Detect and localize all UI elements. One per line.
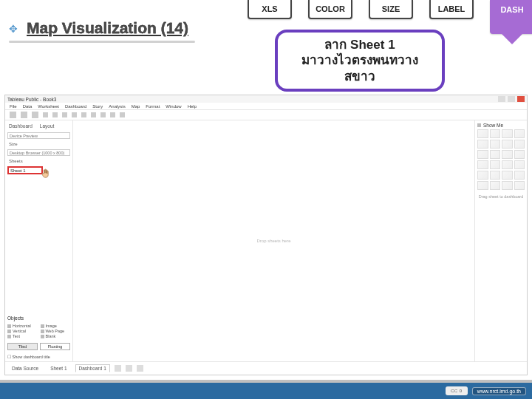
menu-help[interactable]: Help xyxy=(188,104,197,109)
menu-story[interactable]: Story xyxy=(92,104,103,109)
page-title: Map Visualization (14) xyxy=(27,19,188,36)
object-label: Horizontal xyxy=(13,324,31,328)
chart-thumb[interactable] xyxy=(477,150,488,159)
tab-color[interactable]: COLOR xyxy=(308,0,352,19)
toolbar-icon[interactable] xyxy=(120,112,125,117)
toolbar-icon[interactable] xyxy=(32,112,38,118)
chart-thumb[interactable] xyxy=(477,181,488,190)
menu-analysis[interactable]: Analysis xyxy=(109,104,125,109)
menu-worksheet[interactable]: Worksheet xyxy=(38,104,59,109)
toolbar-icon[interactable] xyxy=(52,112,58,117)
chart-thumb[interactable] xyxy=(502,150,513,159)
sheet-item-label: Sheet 1 xyxy=(10,168,26,173)
blank-icon xyxy=(41,335,44,338)
title-rule xyxy=(9,41,195,43)
chart-thumb[interactable] xyxy=(490,150,501,159)
object-label: Vertical xyxy=(13,329,26,333)
toolbar-icon[interactable] xyxy=(72,112,77,117)
toolbar-icon[interactable] xyxy=(81,112,86,117)
object-label: Blank xyxy=(46,334,56,338)
maximize-button[interactable] xyxy=(508,96,515,102)
size-select[interactable]: Desktop Browser (1000 x 800) xyxy=(7,149,70,156)
slide-footer: CC 0 www.nrct.imd.go.th xyxy=(0,380,532,399)
chart-thumb[interactable] xyxy=(514,171,525,180)
panel-tab-dashboard[interactable]: Dashboard xyxy=(9,123,33,129)
window-title: Tableau Public - Book3 xyxy=(7,97,57,102)
show-title-checkbox[interactable]: ☐ Show dashboard title xyxy=(7,355,70,359)
chart-thumb[interactable] xyxy=(514,140,525,149)
new-dashboard-icon[interactable] xyxy=(126,365,132,372)
toolbar-icon[interactable] xyxy=(62,112,67,117)
toolbar-icon[interactable] xyxy=(110,112,115,117)
footer-data-source[interactable]: Data Source xyxy=(8,364,42,372)
sheet-item[interactable]: Sheet 1 xyxy=(7,166,43,174)
footer-dashboard1[interactable]: Dashboard 1 xyxy=(75,364,110,372)
object-text[interactable]: Text xyxy=(7,334,38,338)
chart-thumb[interactable] xyxy=(502,171,513,180)
chart-thumb[interactable] xyxy=(502,181,513,190)
close-button[interactable] xyxy=(517,96,525,102)
chart-thumb[interactable] xyxy=(502,129,513,138)
cc-badge: CC 0 xyxy=(446,386,468,395)
device-preview-button[interactable]: Device Preview xyxy=(7,132,70,139)
chart-thumb[interactable] xyxy=(490,171,501,180)
chart-thumb[interactable] xyxy=(477,160,488,169)
object-vertical[interactable]: Vertical xyxy=(7,329,38,333)
tiled-button[interactable]: Tiled xyxy=(7,343,38,350)
menubar: File Data Worksheet Dashboard Story Anal… xyxy=(5,103,527,110)
floating-button[interactable]: Floating xyxy=(40,343,70,350)
new-story-icon[interactable] xyxy=(137,365,143,372)
tab-size[interactable]: SIZE xyxy=(369,0,413,19)
tableau-window: Tableau Public - Book3 File Data Workshe… xyxy=(4,95,528,375)
toolbar-icon[interactable] xyxy=(10,112,16,118)
size-label: Size xyxy=(7,142,70,146)
chart-thumb[interactable] xyxy=(514,129,525,138)
chart-thumb[interactable] xyxy=(490,181,501,190)
menu-format[interactable]: Format xyxy=(146,104,160,109)
chart-thumb[interactable] xyxy=(477,129,488,138)
show-me-header[interactable]: Show Me xyxy=(477,123,525,128)
chart-thumb[interactable] xyxy=(490,160,501,169)
menu-dashboard[interactable]: Dashboard xyxy=(65,104,86,109)
instruction-callout: ลาก Sheet 1 มาวางไวตรงพนทวาง สขาว xyxy=(275,30,445,92)
tab-xls[interactable]: XLS xyxy=(248,0,292,19)
new-worksheet-icon[interactable] xyxy=(115,365,121,372)
chart-thumb[interactable] xyxy=(514,160,525,169)
drop-hint: Drop sheets here xyxy=(256,239,290,243)
toolbar-icon[interactable] xyxy=(100,112,106,117)
toolbar-icon[interactable] xyxy=(91,112,96,117)
object-webpage[interactable]: Web Page xyxy=(41,329,71,333)
chart-thumb[interactable] xyxy=(477,140,488,149)
chart-thumb[interactable] xyxy=(477,171,488,180)
menu-map[interactable]: Map xyxy=(132,104,140,109)
object-horizontal[interactable]: Horizontal xyxy=(7,324,38,328)
footer-sheet1[interactable]: Sheet 1 xyxy=(47,364,70,372)
chart-thumb[interactable] xyxy=(514,150,525,159)
object-label: Text xyxy=(13,334,20,338)
map-icon: ✥ xyxy=(9,23,24,38)
instruction-line-2: มาวางไวตรงพนทวาง xyxy=(287,52,433,68)
checkbox-label: Show dashboard title xyxy=(13,355,50,359)
drag-msg: Drag sheet to dashboard xyxy=(477,194,525,199)
menu-window[interactable]: Window xyxy=(166,104,181,109)
minimize-button[interactable] xyxy=(498,96,505,102)
panel-tab-layout[interactable]: Layout xyxy=(40,123,55,129)
tab-dash[interactable]: DASH xyxy=(490,0,532,34)
toolbar-icon[interactable] xyxy=(21,112,27,118)
chart-thumb[interactable] xyxy=(502,160,513,169)
chart-thumb[interactable] xyxy=(490,129,501,138)
text-icon xyxy=(7,335,11,338)
chart-thumb[interactable] xyxy=(490,140,501,149)
toolbar-icon[interactable] xyxy=(43,112,48,117)
tab-label[interactable]: LABEL xyxy=(429,0,474,19)
object-blank[interactable]: Blank xyxy=(41,334,71,338)
object-label: Image xyxy=(46,324,57,328)
menu-file[interactable]: File xyxy=(10,104,17,109)
chart-thumb[interactable] xyxy=(514,181,525,190)
menu-data[interactable]: Data xyxy=(23,104,33,109)
url-badge: www.nrct.imd.go.th xyxy=(472,387,526,395)
chart-thumb[interactable] xyxy=(502,140,513,149)
dashboard-canvas[interactable]: Drop sheets here xyxy=(73,120,475,361)
instruction-line-3: สขาว xyxy=(287,69,433,84)
object-image[interactable]: Image xyxy=(41,324,71,328)
